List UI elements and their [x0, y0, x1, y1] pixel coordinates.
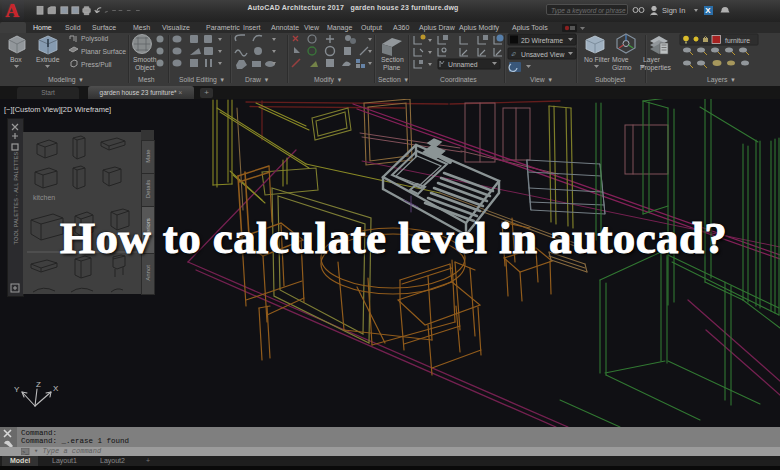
- svg-text:Planar Surface: Planar Surface: [81, 48, 126, 55]
- svg-text:Unnamed: Unnamed: [448, 61, 478, 68]
- svg-text:furniture: furniture: [725, 37, 750, 44]
- svg-text:Unsaved View: Unsaved View: [521, 51, 564, 58]
- svg-text:Press/Pull: Press/Pull: [81, 61, 112, 68]
- svg-text:X: X: [705, 6, 711, 15]
- svg-text:>_: >_: [22, 449, 29, 455]
- svg-text:Object: Object: [135, 64, 155, 72]
- svg-text:Polysolid: Polysolid: [81, 35, 108, 43]
- svg-text:Box: Box: [10, 56, 22, 63]
- svg-text:X: X: [53, 384, 59, 393]
- svg-text:Gizmo: Gizmo: [612, 64, 632, 71]
- svg-text:No Filter: No Filter: [584, 56, 610, 63]
- svg-text:Sign In: Sign In: [662, 6, 685, 15]
- svg-text:Move: Move: [612, 56, 629, 63]
- svg-text:Extrude: Extrude: [36, 56, 60, 63]
- svg-text:Plane: Plane: [383, 64, 401, 71]
- svg-text:2D Wireframe: 2D Wireframe: [521, 37, 563, 44]
- svg-text:ⅇ: ⅇ: [511, 50, 516, 57]
- svg-text:Y: Y: [14, 385, 20, 394]
- svg-text:Section: Section: [381, 56, 404, 63]
- svg-text:Z: Z: [36, 380, 41, 389]
- svg-text:Layer: Layer: [643, 56, 661, 64]
- svg-text:Properties: Properties: [640, 64, 672, 72]
- svg-text:Smooth: Smooth: [133, 56, 157, 63]
